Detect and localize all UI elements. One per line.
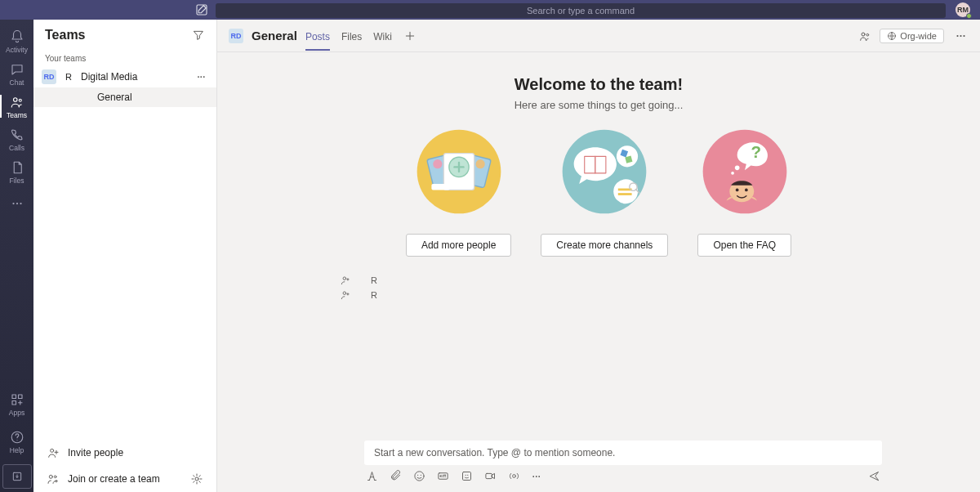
svg-point-51 xyxy=(466,475,466,476)
main-content: RD General Posts Files Wiki Org-wide ···… xyxy=(217,20,980,492)
meet-icon[interactable] xyxy=(484,470,497,482)
rail-label: Teams xyxy=(7,111,27,119)
svg-rect-50 xyxy=(463,472,471,481)
phone-icon xyxy=(10,127,24,142)
rail-chat[interactable]: Chat xyxy=(0,57,33,90)
tab-posts[interactable]: Posts xyxy=(305,21,330,51)
tab-files[interactable]: Files xyxy=(341,21,362,51)
svg-point-12 xyxy=(49,475,52,478)
stream-icon[interactable] xyxy=(508,470,520,482)
svg-rect-6 xyxy=(12,395,16,399)
rail-teams[interactable]: Teams xyxy=(0,90,33,123)
svg-point-1 xyxy=(13,98,17,102)
add-person-icon xyxy=(47,446,60,459)
apps-icon xyxy=(10,392,24,407)
format-icon[interactable] xyxy=(366,470,378,482)
svg-point-11 xyxy=(51,449,54,452)
svg-point-54 xyxy=(513,475,516,478)
teams-section-label: Your teams xyxy=(33,51,216,66)
rail-label: Files xyxy=(10,177,24,185)
person-add-icon xyxy=(340,275,351,286)
person-add-icon xyxy=(340,289,351,301)
filter-icon[interactable] xyxy=(192,29,205,42)
teams-panel: Teams Your teams RD R Digital Media ··· … xyxy=(33,20,217,492)
rail-download[interactable] xyxy=(2,464,32,489)
files-icon xyxy=(10,160,24,175)
svg-point-45 xyxy=(343,292,346,295)
svg-point-42 xyxy=(736,189,739,192)
add-people-button[interactable]: Add more people xyxy=(406,234,511,257)
svg-point-47 xyxy=(417,475,418,476)
send-icon[interactable] xyxy=(868,470,880,482)
welcome-card-channels: Create more channels xyxy=(541,126,668,257)
emoji-icon[interactable] xyxy=(413,470,425,482)
welcome-title: Welcome to the team! xyxy=(217,75,980,94)
team-more-button[interactable]: ··· xyxy=(194,74,208,80)
svg-rect-0 xyxy=(197,5,207,15)
join-create-team-button[interactable]: Join or create a team xyxy=(33,466,216,492)
sticker-icon[interactable] xyxy=(461,470,473,482)
gear-icon[interactable] xyxy=(190,472,203,485)
chat-icon xyxy=(10,62,24,77)
compose-icon[interactable] xyxy=(194,2,209,17)
welcome-block: Welcome to the team! Here are some thing… xyxy=(217,52,980,265)
svg-point-4 xyxy=(16,203,17,204)
svg-point-5 xyxy=(20,203,21,204)
channel-row-general[interactable]: General xyxy=(33,87,216,107)
join-label: Join or create a team xyxy=(68,473,160,485)
ellipsis-icon xyxy=(10,196,24,211)
rail-label: Calls xyxy=(9,144,24,152)
system-message: R xyxy=(340,289,980,301)
svg-point-15 xyxy=(862,33,865,36)
message-composer: Start a new conversation. Type @ to ment… xyxy=(364,441,882,482)
org-wide-label: Org-wide xyxy=(900,31,937,41)
team-row[interactable]: RD R Digital Media ··· xyxy=(33,66,216,87)
channel-badge: RD xyxy=(229,29,243,43)
create-channels-button[interactable]: Create more channels xyxy=(541,234,668,257)
invite-people-button[interactable]: Invite people xyxy=(33,440,216,466)
svg-point-14 xyxy=(195,477,198,481)
org-wide-pill[interactable]: Org-wide xyxy=(880,29,944,43)
svg-point-40 xyxy=(731,172,734,175)
channel-header: RD General Posts Files Wiki Org-wide ··· xyxy=(217,20,980,52)
teams-panel-title: Teams xyxy=(45,28,86,42)
svg-point-13 xyxy=(54,476,56,478)
open-faq-button[interactable]: Open the FAQ xyxy=(697,234,791,257)
svg-point-39 xyxy=(735,166,740,171)
svg-point-23 xyxy=(433,159,442,168)
title-bar: RM xyxy=(0,0,980,20)
faq-illustration: ? xyxy=(699,126,791,217)
help-icon xyxy=(10,430,24,445)
add-tab-button[interactable] xyxy=(403,29,416,42)
rail-activity[interactable]: Activity xyxy=(0,25,33,57)
gif-icon[interactable] xyxy=(437,470,449,482)
attach-icon[interactable] xyxy=(390,470,402,482)
rail-calls[interactable]: Calls xyxy=(0,123,33,155)
teams-icon xyxy=(10,95,24,110)
svg-point-2 xyxy=(19,99,21,101)
rail-label: Activity xyxy=(6,46,28,54)
svg-point-44 xyxy=(343,277,346,280)
svg-rect-34 xyxy=(618,193,632,195)
compose-input[interactable]: Start a new conversation. Type @ to ment… xyxy=(364,441,882,465)
svg-rect-53 xyxy=(486,473,492,478)
rail-help[interactable]: Help xyxy=(0,423,33,461)
team-letter: R xyxy=(63,72,74,82)
svg-point-24 xyxy=(475,159,484,168)
svg-rect-25 xyxy=(431,184,449,190)
team-badge: RD xyxy=(42,69,56,84)
rail-apps[interactable]: Apps xyxy=(0,386,33,423)
rail-more[interactable] xyxy=(10,188,24,222)
welcome-subtitle: Here are some things to get going... xyxy=(217,99,980,111)
rail-label: Help xyxy=(10,446,24,454)
app-rail: Activity Chat Teams Calls Files xyxy=(0,20,33,492)
team-add-icon xyxy=(47,472,60,485)
user-avatar[interactable]: RM xyxy=(956,2,970,17)
search-input[interactable] xyxy=(216,3,946,18)
channel-more-button[interactable]: ··· xyxy=(952,27,969,44)
rail-files[interactable]: Files xyxy=(0,155,33,188)
system-message-text: R xyxy=(371,275,377,285)
svg-point-16 xyxy=(866,34,869,36)
tab-wiki[interactable]: Wiki xyxy=(373,21,392,51)
team-roster-icon[interactable] xyxy=(858,29,871,42)
